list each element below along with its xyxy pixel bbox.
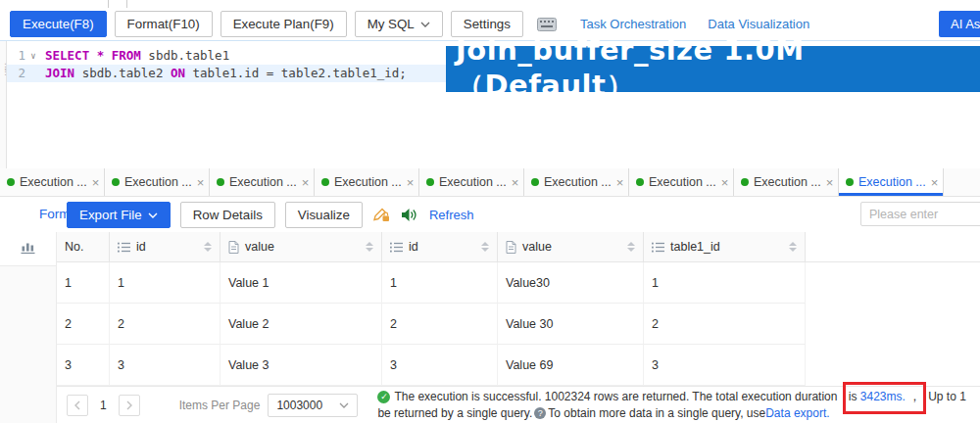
form-tab[interactable]: Form bbox=[39, 197, 71, 232]
table-cell: Value 69 bbox=[498, 345, 644, 386]
search-input[interactable] bbox=[860, 202, 980, 226]
prev-page-button[interactable] bbox=[67, 395, 88, 416]
close-icon[interactable]: × bbox=[931, 175, 939, 190]
sort-icon[interactable] bbox=[789, 242, 797, 252]
sort-icon[interactable] bbox=[481, 242, 489, 252]
tab-execution[interactable]: Execution ...× bbox=[839, 168, 944, 196]
tab-execution[interactable]: Execution ...× bbox=[734, 168, 839, 196]
tab-execution[interactable]: Execution ...× bbox=[0, 168, 105, 196]
table-cell: 2 bbox=[110, 304, 220, 345]
column-header[interactable]: id bbox=[110, 232, 220, 261]
tab-execution[interactable]: Execution ...× bbox=[315, 168, 419, 196]
tab-execution[interactable]: Execution ...× bbox=[419, 168, 524, 196]
results-footer: 1 Items Per Page 1003000 ✓ The execution… bbox=[57, 386, 980, 423]
banner-text: Join_buffer_size 1.0M （Default） bbox=[456, 33, 980, 106]
task-orchestration-link[interactable]: Task Orchestration bbox=[580, 17, 686, 31]
tab-execution[interactable]: Execution ...× bbox=[210, 168, 315, 196]
column-header[interactable]: table1_id bbox=[644, 232, 806, 261]
sql-text: table1.id = table2.table1_id; bbox=[185, 66, 407, 80]
status-dot-icon bbox=[741, 178, 749, 186]
tab-label: Execution ... bbox=[754, 175, 821, 189]
status-dot-icon bbox=[7, 178, 15, 186]
row-details-button[interactable]: Row Details bbox=[180, 202, 275, 228]
tab-label: Execution ... bbox=[229, 175, 297, 189]
column-header[interactable]: id bbox=[382, 232, 498, 261]
close-icon[interactable]: × bbox=[721, 175, 729, 190]
results-toolbar: Form Export File Row Details Visualize R… bbox=[0, 197, 980, 232]
drag-handle-icon: ⋮⋮ bbox=[1, 65, 10, 74]
close-icon[interactable]: × bbox=[92, 175, 100, 190]
duration-value: 3423ms. bbox=[860, 390, 906, 403]
table-cell: Value 1 bbox=[220, 262, 382, 304]
help-icon[interactable]: ? bbox=[534, 407, 546, 419]
tab-execution[interactable]: Execution ...× bbox=[524, 168, 629, 196]
execution-tabbar: Execution ...×Execution ...×Execution ..… bbox=[0, 168, 980, 197]
data-visualization-link[interactable]: Data Visualization bbox=[708, 17, 809, 31]
panel-splitter[interactable]: ⋮⋮ bbox=[0, 41, 7, 168]
sort-asc-icon bbox=[627, 242, 635, 246]
table-cell: 3 bbox=[110, 345, 220, 386]
data-export-link[interactable]: Data export. bbox=[765, 406, 829, 420]
close-icon[interactable]: × bbox=[826, 175, 834, 190]
speaker-icon[interactable] bbox=[401, 208, 417, 222]
column-label: id bbox=[409, 240, 418, 254]
refresh-link[interactable]: Refresh bbox=[429, 208, 474, 222]
tab-execution[interactable]: Execution ...× bbox=[629, 168, 734, 196]
sort-icon[interactable] bbox=[627, 242, 635, 252]
column-label: value bbox=[245, 240, 274, 254]
column-header[interactable]: value bbox=[498, 232, 644, 261]
table-cell: 1 bbox=[110, 262, 220, 304]
table-cell: 2 bbox=[644, 304, 806, 345]
table-cell: 1 bbox=[382, 262, 498, 304]
status-line2-mid: To obtain more data in a single query, u… bbox=[548, 406, 765, 420]
document-icon bbox=[506, 241, 516, 254]
my-sql-dropdown[interactable]: My SQL bbox=[355, 11, 443, 37]
execute-button[interactable]: Execute(F8) bbox=[10, 11, 107, 37]
next-page-button[interactable] bbox=[119, 395, 140, 416]
close-icon[interactable]: × bbox=[302, 175, 310, 190]
table-cell: 3 bbox=[382, 345, 498, 386]
code-text: SELECT * FROM sbdb.table1 bbox=[41, 47, 229, 65]
close-icon[interactable]: × bbox=[197, 175, 205, 190]
table-cell: 1 bbox=[57, 262, 110, 304]
visualize-button[interactable]: Visualize bbox=[285, 202, 363, 228]
histogram-icon bbox=[20, 240, 36, 258]
close-icon[interactable]: × bbox=[616, 175, 624, 190]
close-icon[interactable]: × bbox=[512, 175, 519, 190]
fold-arrow-icon[interactable]: ∨ bbox=[25, 47, 41, 65]
table-cell: Value 30 bbox=[498, 304, 644, 345]
results-grid: No.idvalueidvaluetable1_id 11Value 11Val… bbox=[57, 232, 980, 386]
grid-header: No.idvalueidvaluetable1_id bbox=[57, 232, 980, 262]
close-icon[interactable]: × bbox=[407, 175, 415, 190]
tab-label: Execution ... bbox=[334, 175, 402, 189]
sort-asc-icon bbox=[481, 242, 489, 246]
sort-desc-icon bbox=[204, 248, 212, 252]
column-header[interactable]: value bbox=[220, 232, 382, 261]
sort-icon[interactable] bbox=[366, 242, 373, 252]
code-text: JOIN sbdb.table2 ON table1.id = table2.t… bbox=[41, 65, 407, 82]
edit-lock-icon[interactable] bbox=[372, 207, 391, 223]
status-dot-icon bbox=[426, 178, 434, 186]
status-is: is bbox=[849, 390, 860, 403]
format-button[interactable]: Format(F10) bbox=[115, 11, 213, 37]
tab-label: Execution ... bbox=[124, 175, 192, 189]
status-text: The execution is successful. 1002324 row… bbox=[394, 390, 840, 403]
table-row[interactable]: 33Value 33Value 693 bbox=[57, 345, 980, 386]
export-file-button[interactable]: Export File bbox=[67, 202, 171, 228]
status-dot-icon bbox=[636, 178, 644, 186]
execute-plan-button[interactable]: Execute Plan(F9) bbox=[220, 11, 347, 37]
table-row[interactable]: 11Value 11Value301 bbox=[57, 262, 980, 304]
execution-status: ✓ The execution is successful. 1002324 r… bbox=[377, 390, 965, 420]
tab-execution[interactable]: Execution ...× bbox=[105, 168, 210, 196]
sort-asc-icon bbox=[366, 242, 373, 246]
sort-icon[interactable] bbox=[204, 242, 212, 252]
chart-view-button[interactable] bbox=[0, 232, 56, 266]
table-row[interactable]: 22Value 22Value 302 bbox=[57, 304, 980, 345]
header-filler bbox=[806, 232, 980, 261]
sql-keyword: ON bbox=[171, 66, 185, 80]
sort-desc-icon bbox=[481, 248, 489, 252]
sql-text: sbdb.table2 bbox=[74, 66, 171, 80]
keyboard-icon[interactable] bbox=[537, 18, 557, 31]
items-per-page-select[interactable]: 1003000 bbox=[268, 394, 358, 417]
upper-tab-edge bbox=[108, 0, 127, 8]
